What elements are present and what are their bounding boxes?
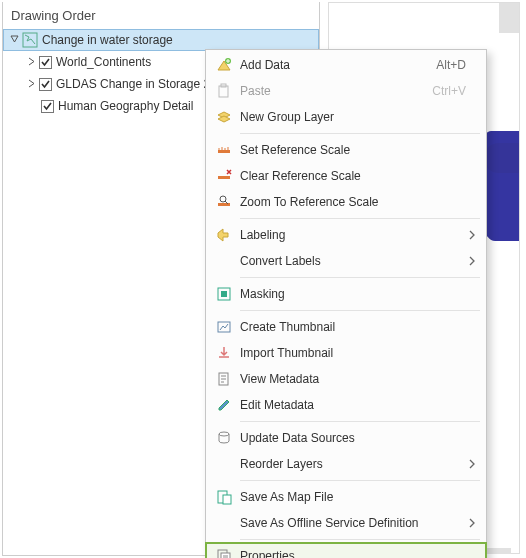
menu-separator xyxy=(240,480,480,481)
menu-separator xyxy=(240,133,480,134)
database-icon xyxy=(212,430,236,446)
menu-shortcut: Alt+D xyxy=(436,58,466,72)
menu-label: Add Data xyxy=(236,58,428,72)
menu-convert-labels[interactable]: Convert Labels xyxy=(206,248,486,274)
masking-icon xyxy=(212,286,236,302)
menu-label: Update Data Sources xyxy=(236,431,466,445)
checkbox-checked[interactable] xyxy=(39,56,52,69)
tree-row-map[interactable]: Change in water storage xyxy=(3,29,319,51)
menu-import-thumbnail[interactable]: Import Thumbnail xyxy=(206,340,486,366)
menu-clear-reference-scale[interactable]: Clear Reference Scale xyxy=(206,163,486,189)
menu-labeling[interactable]: Labeling xyxy=(206,222,486,248)
menu-separator xyxy=(240,421,480,422)
menu-label: Masking xyxy=(236,287,466,301)
clear-scale-icon xyxy=(212,168,236,184)
menu-label: Edit Metadata xyxy=(236,398,466,412)
expand-icon[interactable] xyxy=(25,57,37,68)
paste-icon xyxy=(212,83,236,99)
svg-rect-9 xyxy=(221,291,227,297)
menu-label: Convert Labels xyxy=(236,254,466,268)
expand-icon[interactable] xyxy=(25,79,37,90)
panel-header: Drawing Order xyxy=(3,2,319,29)
menu-label: Paste xyxy=(236,84,424,98)
menu-reorder-layers[interactable]: Reorder Layers xyxy=(206,451,486,477)
context-menu: Add Data Alt+D Paste Ctrl+V New Group La… xyxy=(205,49,487,558)
menu-new-group-layer[interactable]: New Group Layer xyxy=(206,104,486,130)
menu-zoom-reference-scale[interactable]: Zoom To Reference Scale xyxy=(206,189,486,215)
menu-label: View Metadata xyxy=(236,372,466,386)
pencil-icon xyxy=(212,397,236,413)
menu-view-metadata[interactable]: View Metadata xyxy=(206,366,486,392)
menu-label: Reorder Layers xyxy=(236,457,466,471)
menu-set-reference-scale[interactable]: Set Reference Scale xyxy=(206,137,486,163)
menu-paste: Paste Ctrl+V xyxy=(206,78,486,104)
svg-rect-2 xyxy=(219,86,228,97)
checkbox-checked[interactable] xyxy=(39,78,52,91)
svg-rect-6 xyxy=(218,203,230,206)
menu-label: Labeling xyxy=(236,228,466,242)
menu-add-data[interactable]: Add Data Alt+D xyxy=(206,52,486,78)
menu-save-as-offline-service[interactable]: Save As Offline Service Definition xyxy=(206,510,486,536)
svg-rect-14 xyxy=(223,495,231,504)
tree-label: Human Geography Detail xyxy=(58,99,193,113)
chevron-right-icon xyxy=(466,459,478,469)
save-mapfile-icon xyxy=(212,489,236,505)
menu-separator xyxy=(240,310,480,311)
menu-save-as-map-file[interactable]: Save As Map File xyxy=(206,484,486,510)
svg-point-12 xyxy=(219,432,229,436)
zoom-scale-icon xyxy=(212,194,236,210)
menu-label: Create Thumbnail xyxy=(236,320,466,334)
menu-label: Clear Reference Scale xyxy=(236,169,466,183)
labeling-icon xyxy=(212,227,236,243)
menu-separator xyxy=(240,277,480,278)
chevron-right-icon xyxy=(466,256,478,266)
menu-label: Properties xyxy=(236,549,466,558)
set-scale-icon xyxy=(212,142,236,158)
tree-label: World_Continents xyxy=(56,55,151,69)
add-data-icon xyxy=(212,57,236,73)
thumbnail-icon xyxy=(212,319,236,335)
menu-separator xyxy=(240,218,480,219)
import-icon xyxy=(212,345,236,361)
menu-update-data-sources[interactable]: Update Data Sources xyxy=(206,425,486,451)
map-icon xyxy=(22,32,38,48)
menu-properties[interactable]: Properties xyxy=(206,543,486,558)
properties-icon xyxy=(212,548,236,558)
menu-separator xyxy=(240,539,480,540)
metadata-icon xyxy=(212,371,236,387)
menu-shortcut: Ctrl+V xyxy=(432,84,466,98)
chevron-right-icon xyxy=(466,230,478,240)
menu-label: Zoom To Reference Scale xyxy=(236,195,466,209)
chevron-right-icon xyxy=(466,518,478,528)
tree-label: Change in water storage xyxy=(42,33,173,47)
menu-label: Save As Offline Service Definition xyxy=(236,516,466,530)
layers-icon xyxy=(212,109,236,125)
menu-label: Import Thumbnail xyxy=(236,346,466,360)
tree-label: GLDAS Change in Storage 2003 xyxy=(56,77,230,91)
checkbox-checked[interactable] xyxy=(41,100,54,113)
menu-masking[interactable]: Masking xyxy=(206,281,486,307)
svg-rect-5 xyxy=(218,176,230,179)
menu-label: New Group Layer xyxy=(236,110,466,124)
menu-label: Set Reference Scale xyxy=(236,143,466,157)
menu-label: Save As Map File xyxy=(236,490,466,504)
map-side-tab[interactable] xyxy=(499,3,519,33)
collapse-icon[interactable] xyxy=(8,35,20,46)
menu-edit-metadata[interactable]: Edit Metadata xyxy=(206,392,486,418)
menu-create-thumbnail[interactable]: Create Thumbnail xyxy=(206,314,486,340)
svg-rect-4 xyxy=(218,150,230,153)
